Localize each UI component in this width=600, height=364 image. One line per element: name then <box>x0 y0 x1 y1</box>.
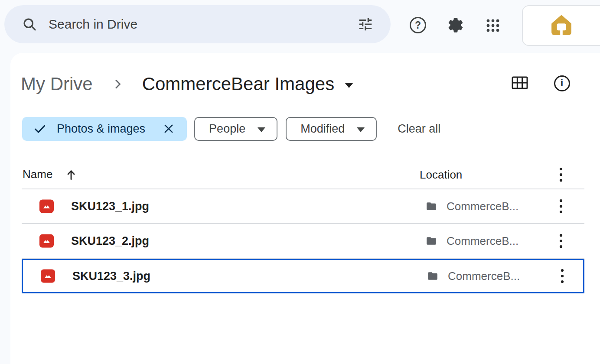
grid-view-icon <box>512 76 528 89</box>
help-button[interactable]: ? <box>409 16 427 34</box>
filter-chips-row: Photos & images People Modified Clear al… <box>22 117 440 141</box>
row-menu-button[interactable] <box>554 260 571 292</box>
breadcrumb: My Drive CommerceBear Images <box>21 72 353 96</box>
row-menu-button[interactable] <box>552 224 570 258</box>
folder-menu-caret-icon <box>345 83 353 88</box>
content-area: My Drive CommerceBear Images i Photos & … <box>10 53 600 364</box>
tune-icon <box>357 16 374 32</box>
kebab-icon <box>559 233 563 249</box>
file-location[interactable]: CommerceB... <box>426 224 518 258</box>
sort-by-name-button[interactable]: Name <box>23 160 77 188</box>
info-icon: i <box>554 75 570 91</box>
chevron-down-icon <box>258 127 265 132</box>
file-location[interactable]: CommerceB... <box>427 260 520 292</box>
image-file-icon <box>39 200 54 213</box>
clear-all-filters-button[interactable]: Clear all <box>398 122 440 136</box>
list-options-button[interactable] <box>552 160 570 188</box>
folder-icon <box>426 201 437 212</box>
filter-chip-modified[interactable]: Modified <box>286 117 377 141</box>
details-button[interactable]: i <box>553 75 571 92</box>
file-name: SKU123_1.jpg <box>71 200 149 213</box>
breadcrumb-chevron-icon <box>111 78 124 91</box>
file-location-label: CommerceB... <box>448 270 520 283</box>
filter-chip-label: Photos & images <box>57 122 145 136</box>
account-logo-card[interactable] <box>522 5 600 46</box>
file-location-label: CommerceB... <box>447 234 518 248</box>
drive-window: { "topbar": { "search": { "placeholder":… <box>0 0 600 364</box>
name-column-header: Name <box>23 168 52 181</box>
help-icon: ? <box>410 17 426 33</box>
search-options-button[interactable] <box>357 16 374 32</box>
file-row[interactable]: SKU123_3.jpg CommerceB... <box>22 259 584 293</box>
kebab-icon <box>559 167 563 182</box>
file-name: SKU123_3.jpg <box>72 270 150 283</box>
kebab-icon <box>561 268 564 284</box>
breadcrumb-current-label: CommerceBear Images <box>142 74 334 94</box>
kebab-icon <box>559 198 563 214</box>
search-icon[interactable] <box>22 16 37 32</box>
sort-ascending-icon <box>65 169 77 181</box>
filter-chip-photos-images[interactable]: Photos & images <box>22 117 187 141</box>
search-input[interactable] <box>49 17 391 32</box>
settings-button[interactable] <box>446 16 465 35</box>
apps-grid-button[interactable] <box>484 17 502 34</box>
remove-filter-icon[interactable] <box>163 123 175 135</box>
location-column-header: Location <box>420 168 462 181</box>
file-list: Name Location SKU123_1.jpg <box>22 160 584 293</box>
home-logo-icon <box>549 13 574 38</box>
image-file-icon <box>39 234 54 248</box>
file-row[interactable]: SKU123_2.jpg CommerceB... <box>22 224 584 259</box>
file-location-label: CommerceB... <box>447 200 518 213</box>
chevron-down-icon <box>357 127 365 132</box>
apps-grid-icon <box>485 17 501 34</box>
check-icon <box>33 122 46 135</box>
image-file-icon <box>41 270 55 283</box>
row-menu-button[interactable] <box>552 189 570 223</box>
filter-chip-label: Modified <box>300 122 345 136</box>
folder-icon <box>427 270 438 282</box>
folder-icon <box>426 235 437 247</box>
file-list-header: Name Location <box>22 160 584 189</box>
file-row[interactable]: SKU123_1.jpg CommerceB... <box>22 189 584 224</box>
breadcrumb-current-folder[interactable]: CommerceBear Images <box>142 74 353 94</box>
filter-chip-people[interactable]: People <box>194 117 277 141</box>
breadcrumb-my-drive[interactable]: My Drive <box>21 74 93 94</box>
search-bar[interactable] <box>4 5 391 43</box>
gear-icon <box>447 16 465 34</box>
file-location[interactable]: CommerceB... <box>426 189 518 223</box>
file-name: SKU123_2.jpg <box>71 234 149 248</box>
filter-chip-label: People <box>209 122 245 136</box>
grid-view-toggle-button[interactable] <box>511 75 528 90</box>
